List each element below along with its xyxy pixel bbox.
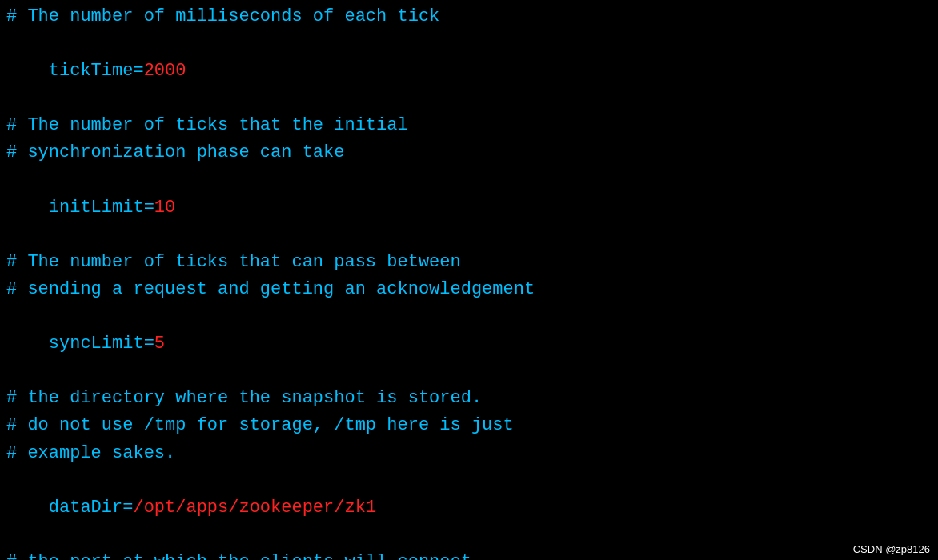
line-1: # The number of milliseconds of each tic…: [6, 3, 932, 30]
key-datadir: dataDir=: [49, 498, 134, 518]
line-11: # example sakes.: [6, 440, 932, 467]
val-initlimit: 10: [154, 198, 175, 218]
line-7: # sending a request and getting an ackno…: [6, 276, 932, 303]
line-9: # the directory where the snapshot is st…: [6, 385, 932, 412]
line-3: # The number of ticks that the initial: [6, 112, 932, 139]
val-synclimit: 5: [154, 334, 165, 354]
terminal-window: # The number of milliseconds of each tic…: [0, 0, 938, 560]
line-10: # do not use /tmp for storage, /tmp here…: [6, 412, 932, 439]
line-6: # The number of ticks that can pass betw…: [6, 249, 932, 276]
line-8: syncLimit=5: [6, 303, 932, 385]
line-12: dataDir=/opt/apps/zookeeper/zk1: [6, 467, 932, 549]
line-4: # synchronization phase can take: [6, 139, 932, 166]
val-datadir: /opt/apps/zookeeper/zk1: [133, 498, 376, 518]
line-5: initLimit=10: [6, 167, 932, 249]
line-2: tickTime=2000: [6, 30, 932, 112]
watermark: CSDN @zp8126: [853, 543, 930, 555]
line-13: # the port at which the clients will con…: [6, 549, 932, 560]
key-initlimit: initLimit=: [49, 198, 154, 218]
key-synclimit: syncLimit=: [49, 334, 154, 354]
val-ticktime: 2000: [144, 61, 186, 81]
key-ticktime: tickTime=: [49, 61, 144, 81]
